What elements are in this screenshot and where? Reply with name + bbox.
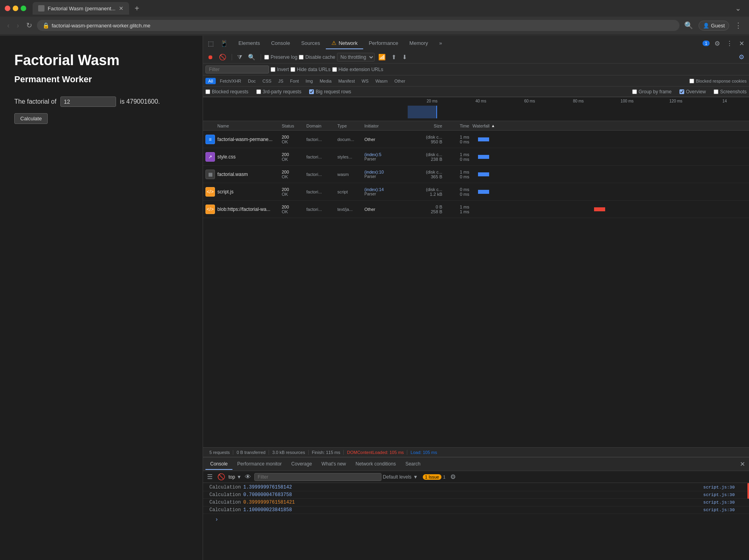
guest-button[interactable]: 👤 Guest — [699, 21, 729, 31]
log-source-link[interactable]: script.js:30 — [703, 485, 735, 490]
type-filter-all[interactable]: All — [205, 78, 216, 84]
td-status: 200OK — [282, 152, 306, 162]
type-filter-font[interactable]: Font — [287, 78, 302, 84]
type-filter-manifest[interactable]: Manifest — [335, 78, 358, 84]
tab-elements[interactable]: Elements — [233, 38, 265, 49]
hide-data-urls-checkbox[interactable]: Hide data URLs — [290, 67, 331, 72]
filter-input[interactable] — [205, 66, 269, 73]
disable-cache-checkbox[interactable]: Disable cache — [299, 54, 335, 60]
type-filter-img[interactable]: Img — [303, 78, 315, 84]
search-icon[interactable]: 🔍 — [246, 52, 257, 62]
filter-icon[interactable]: ⧩ — [235, 52, 244, 62]
device-toggle-icon[interactable]: 📱 — [218, 38, 230, 49]
context-arrow-icon: ▼ — [237, 474, 242, 480]
close-button[interactable] — [5, 6, 10, 11]
bt-tab-coverage[interactable]: Coverage — [286, 459, 317, 470]
address-bar[interactable]: 🔒 factorial-wasm-permanent-worker.glitch… — [37, 20, 679, 31]
type-filter-ws[interactable]: WS — [359, 78, 372, 84]
table-row[interactable]: ≡ factorial-wasm-permane... 200OK factor… — [203, 131, 749, 148]
big-request-rows-checkbox[interactable]: Big request rows — [309, 89, 351, 95]
reload-button[interactable]: ↻ — [24, 19, 35, 31]
bottom-close-icon[interactable]: ✕ — [738, 459, 747, 469]
table-row[interactable]: ▦ factorial.wasm 200OK factori... wasm (… — [203, 166, 749, 183]
record-button[interactable]: ⏺ — [205, 52, 215, 62]
bt-tab-console[interactable]: Console — [205, 459, 232, 470]
th-status[interactable]: Status — [282, 124, 306, 128]
context-selector[interactable]: top ▼ — [228, 474, 242, 480]
log-source-link[interactable]: script.js:30 — [703, 508, 735, 512]
new-tab-button[interactable]: + — [132, 4, 142, 13]
type-filter-js[interactable]: JS — [275, 78, 286, 84]
devtools-more-icon[interactable]: ⋮ — [724, 38, 735, 49]
sort-arrow-icon: ▲ — [491, 124, 495, 128]
type-filter-wasm[interactable]: Wasm — [373, 78, 391, 84]
console-settings-icon[interactable]: ⚙ — [449, 471, 457, 482]
type-filter-media[interactable]: Media — [317, 78, 334, 84]
maximize-button[interactable] — [21, 6, 26, 11]
minimize-button[interactable] — [13, 6, 18, 11]
import-icon[interactable]: ⬆ — [389, 52, 399, 62]
type-filter-css[interactable]: CSS — [260, 78, 275, 84]
tab-sources[interactable]: Sources — [296, 38, 326, 49]
bottom-panel: Console Performance monitor Coverage Wha… — [203, 457, 749, 560]
tab-close-button[interactable]: ✕ — [119, 5, 124, 12]
bt-tab-network-conditions[interactable]: Network conditions — [351, 459, 401, 470]
console-prompt-row[interactable]: › — [203, 514, 749, 524]
export-icon[interactable]: ⬇ — [400, 52, 409, 62]
menu-button[interactable]: ⋮ — [732, 19, 744, 31]
tab-network[interactable]: ⚠ Network — [326, 37, 363, 49]
levels-select[interactable]: Default levels ▼ — [383, 474, 418, 480]
network-settings-icon[interactable]: ⚙ — [736, 52, 747, 62]
th-size[interactable]: Size — [412, 124, 445, 128]
th-domain[interactable]: Domain — [306, 124, 337, 128]
devtools-close-icon[interactable]: ✕ — [737, 38, 747, 49]
log-source-link[interactable]: script.js:30 — [703, 492, 735, 497]
table-row[interactable]: </> script.js 200OK factori... script (i… — [203, 183, 749, 201]
log-source-link[interactable]: script.js:30 — [703, 500, 735, 505]
calculate-button[interactable]: Calculate — [14, 113, 48, 124]
type-filter-fetchxhr[interactable]: Fetch/XHR — [217, 78, 244, 84]
third-party-requests-checkbox[interactable]: 3rd-party requests — [256, 89, 301, 95]
bt-tab-performance[interactable]: Performance monitor — [232, 459, 286, 470]
bt-tab-whats-new[interactable]: What's new — [317, 459, 351, 470]
preserve-log-checkbox[interactable]: Preserve log — [264, 54, 297, 60]
console-clear-icon[interactable]: 🚫 — [216, 471, 227, 482]
devtools-settings-icon[interactable]: ⚙ — [712, 38, 722, 49]
issues-indicator[interactable]: 1 Issue 1 — [423, 474, 446, 480]
tab-performance[interactable]: Performance — [363, 38, 404, 49]
console-filter-input[interactable] — [254, 473, 381, 481]
group-by-frame-checkbox[interactable]: Group by frame — [632, 89, 672, 95]
type-filter-doc[interactable]: Doc — [245, 78, 259, 84]
zoom-button[interactable]: 🔍 — [682, 19, 695, 31]
forward-button[interactable]: › — [14, 20, 21, 31]
tab-more[interactable]: » — [434, 38, 447, 49]
type-filter-other[interactable]: Other — [391, 78, 408, 84]
network-conditions-icon[interactable]: 📶 — [376, 52, 388, 62]
console-eye-icon[interactable]: 👁 — [243, 472, 253, 482]
active-tab[interactable]: Factorial Wasm (permanent... ✕ — [33, 2, 129, 15]
table-row[interactable]: ↗ style.css 200OK factori... styles... (… — [203, 148, 749, 166]
screenshots-checkbox[interactable]: Screenshots — [714, 89, 747, 95]
console-sidebar-icon[interactable]: ☰ — [205, 471, 214, 482]
th-name[interactable]: Name — [203, 124, 282, 128]
blocked-cookies-checkbox[interactable]: Blocked response cookies — [689, 79, 747, 83]
tab-console[interactable]: Console — [265, 38, 296, 49]
clear-button[interactable]: 🚫 — [217, 52, 228, 62]
inspect-element-icon[interactable]: ⬚ — [205, 38, 216, 49]
bt-tab-search[interactable]: Search — [401, 459, 425, 470]
invert-checkbox[interactable]: Invert — [271, 67, 289, 72]
th-waterfall[interactable]: Waterfall ▲ — [472, 124, 749, 128]
th-time[interactable]: Time — [445, 124, 472, 128]
overview-checkbox[interactable]: Overview — [679, 89, 706, 95]
th-type[interactable]: Type — [337, 124, 364, 128]
table-row[interactable]: </> blob:https://factorial-wa... 200OK f… — [203, 201, 749, 218]
tab-expand-button[interactable]: ⌄ — [732, 2, 744, 14]
blocked-requests-checkbox[interactable]: Blocked requests — [205, 89, 248, 95]
back-button[interactable]: ‹ — [5, 20, 12, 31]
factorial-input[interactable] — [60, 97, 116, 107]
th-initiator[interactable]: Initiator — [364, 124, 412, 128]
issues-badge[interactable]: 1 — [703, 41, 710, 46]
hide-extension-urls-checkbox[interactable]: Hide extension URLs — [332, 67, 383, 72]
throttle-select[interactable]: No throttling — [337, 53, 375, 62]
tab-memory[interactable]: Memory — [404, 38, 434, 49]
